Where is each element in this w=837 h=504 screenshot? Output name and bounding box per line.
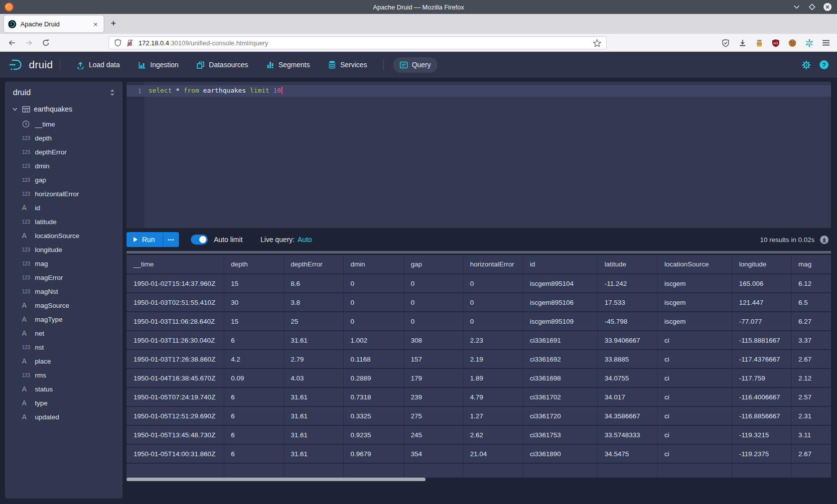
cell[interactable]: 308 [404, 331, 463, 350]
horizontal-scrollbar-thumb[interactable] [127, 478, 425, 481]
cell[interactable]: 33.9406667 [597, 331, 657, 350]
window-close-button[interactable] [823, 2, 832, 11]
cell[interactable]: 25 [283, 312, 343, 331]
schema-column-latitude[interactable]: 123latitude [5, 215, 123, 229]
cell[interactable]: 354 [404, 444, 463, 463]
nav-query[interactable]: Query [393, 57, 437, 73]
cell[interactable]: ci [657, 387, 732, 406]
cell[interactable]: 34.0755 [597, 369, 657, 387]
cell[interactable]: 1950-01-05T13:45:48.730Z [127, 425, 224, 444]
nav-datasources[interactable]: Datasources [190, 57, 255, 73]
cell[interactable]: 0.1168 [343, 350, 404, 369]
cell[interactable]: 1950-01-03T17:26:38.860Z [127, 350, 224, 369]
tracking-protection-shield-icon[interactable] [114, 39, 122, 47]
column-header-longitude[interactable]: longitude [732, 255, 791, 274]
nav-ingestion[interactable]: Ingestion [132, 57, 185, 73]
cell[interactable]: 1.002 [343, 331, 404, 350]
cell[interactable]: 0.09 [224, 369, 283, 387]
cell[interactable]: 15 [224, 274, 283, 293]
cell[interactable]: ci3361691 [523, 331, 597, 350]
schema-column-magType[interactable]: AmagType [5, 312, 123, 326]
cell[interactable]: 31.61 [283, 331, 343, 350]
cell[interactable]: ci [657, 350, 732, 369]
cell[interactable]: ci3361890 [523, 444, 597, 463]
cell[interactable]: ci3361753 [523, 425, 597, 444]
cell[interactable]: 179 [404, 369, 463, 387]
cell[interactable]: -119.2375 [732, 444, 791, 463]
cell[interactable]: 2.19 [463, 350, 523, 369]
schema-column-type[interactable]: Atype [5, 396, 123, 410]
live-query-value[interactable]: Auto [297, 236, 312, 244]
cell[interactable]: 0 [463, 274, 523, 293]
column-header-__time[interactable]: __time [127, 255, 224, 274]
schema-column-magNst[interactable]: 123magNst [5, 284, 123, 298]
cell[interactable]: 31.61 [283, 425, 343, 444]
cell[interactable]: -116.8856667 [732, 406, 791, 425]
run-more-options-button[interactable]: ••• [163, 232, 179, 247]
column-header-depthError[interactable]: depthError [283, 255, 343, 274]
cell[interactable]: 0 [404, 274, 463, 293]
column-header-horizontalError[interactable]: horizontalError [463, 255, 523, 274]
cell[interactable]: 8.6 [283, 274, 343, 293]
cell[interactable]: 0 [343, 293, 404, 312]
reload-button[interactable] [42, 39, 50, 47]
schema-column-mag[interactable]: 123mag [5, 256, 123, 270]
menu-hamburger-icon[interactable] [822, 39, 830, 46]
editor-results-splitter[interactable] [127, 251, 831, 253]
cell[interactable]: ci [657, 444, 732, 463]
sql-query-text[interactable]: select * from earthquakes limit 10 [148, 87, 282, 94]
window-maximize-button[interactable] [808, 2, 817, 11]
cell[interactable]: 1950-01-03T02:51:55.410Z [127, 293, 224, 312]
cell[interactable]: 34.5475 [597, 444, 657, 463]
cell[interactable]: 21.04 [463, 444, 523, 463]
browser-tab-apache-druid[interactable]: Apache Druid × [4, 15, 104, 32]
downloads-icon[interactable] [738, 39, 747, 47]
cell[interactable]: 3.37 [791, 331, 831, 350]
cell[interactable]: 0.2889 [343, 369, 404, 387]
cell[interactable]: 31.61 [283, 406, 343, 425]
help-icon[interactable]: ? [819, 60, 829, 70]
cell[interactable]: iscgem895106 [523, 293, 597, 312]
cell[interactable]: 0 [404, 312, 463, 331]
cell[interactable]: 245 [404, 425, 463, 444]
cell[interactable]: -11.242 [597, 274, 657, 293]
cell[interactable]: 17.533 [597, 293, 657, 312]
cell[interactable]: 1.89 [463, 369, 523, 387]
cell[interactable]: 3.8 [283, 293, 343, 312]
cell[interactable]: 2.79 [283, 350, 343, 369]
cell[interactable]: ci [657, 406, 732, 425]
cell[interactable]: ci3361720 [523, 406, 597, 425]
cell[interactable]: 2.67 [791, 350, 831, 369]
cell[interactable]: iscgem895109 [523, 312, 597, 331]
cell[interactable]: 165.006 [732, 274, 791, 293]
column-header-id[interactable]: id [523, 255, 597, 274]
forward-button[interactable] [25, 39, 33, 47]
schema-column-updated[interactable]: Aupdated [5, 410, 123, 424]
settings-gear-icon[interactable] [802, 60, 811, 70]
cell[interactable]: 4.2 [224, 350, 283, 369]
cell[interactable]: 30 [224, 293, 283, 312]
new-tab-button[interactable]: + [111, 18, 116, 29]
cell[interactable]: 0.9235 [343, 425, 404, 444]
cell[interactable]: 121.447 [732, 293, 791, 312]
cell[interactable]: 6.12 [791, 274, 831, 293]
cell[interactable]: 6 [224, 406, 283, 425]
cell[interactable]: 275 [404, 406, 463, 425]
cell[interactable]: 6 [224, 425, 283, 444]
auto-limit-toggle[interactable] [191, 235, 208, 245]
extension-jar-icon[interactable] [755, 39, 763, 47]
datasource-earthquakes[interactable]: earthquakes [5, 101, 123, 117]
bookmark-star-icon[interactable] [593, 39, 601, 47]
cell[interactable]: 1950-01-03T11:26:30.040Z [127, 331, 224, 350]
schema-column-gap[interactable]: 123gap [5, 173, 123, 187]
cell[interactable]: 0 [343, 274, 404, 293]
cell[interactable]: -117.759 [732, 369, 791, 387]
column-header-locationSource[interactable]: locationSource [657, 255, 732, 274]
cell[interactable]: 239 [404, 387, 463, 406]
schema-column-depthError[interactable]: 123depthError [5, 145, 123, 159]
cell[interactable]: 0.7318 [343, 387, 404, 406]
protections-shield-icon[interactable] [721, 39, 730, 47]
nav-load-data[interactable]: Load data [70, 57, 126, 73]
cell[interactable]: 3.11 [791, 425, 831, 444]
cell[interactable]: 6 [224, 331, 283, 350]
